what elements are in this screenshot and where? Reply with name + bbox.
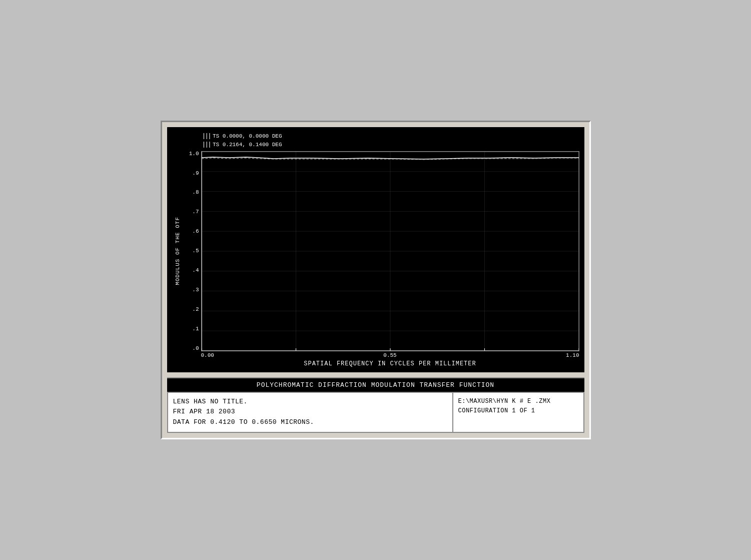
x-axis-section: 0.00 0.55 1.10 SPATIAL FREQUENCY IN CYCL… bbox=[201, 351, 579, 367]
x-tick-0.55: 0.55 bbox=[383, 352, 396, 358]
x-tick-1.10: 1.10 bbox=[566, 352, 579, 358]
y-tick-0.8: .8 bbox=[192, 190, 199, 195]
info-section: LENS HAS NO TITLE. FRI APR 18 2003 DATA … bbox=[167, 392, 584, 433]
info-line2: FRI APR 18 2003 bbox=[173, 407, 447, 417]
chart-area: ||| TS 0.0000, 0.0000 DEG ||| TS 0.2164,… bbox=[167, 127, 584, 372]
plot-area bbox=[201, 151, 579, 351]
y-tick-0.7: .7 bbox=[192, 209, 199, 215]
y-tick-1.0: 1.0 bbox=[189, 151, 199, 157]
legend-line2: TS 0.2164, 0.1400 DEG bbox=[213, 141, 282, 148]
info-to-label: TO bbox=[239, 418, 248, 426]
x-tick-0.00: 0.00 bbox=[201, 352, 214, 358]
y-tick-0.0: .0 bbox=[192, 346, 199, 351]
chart-legend: ||| TS 0.0000, 0.0000 DEG ||| TS 0.2164,… bbox=[202, 132, 579, 149]
y-tick-0.2: .2 bbox=[192, 307, 199, 312]
y-axis-label: MODULUS OF THE OTF bbox=[175, 217, 181, 285]
y-tick-0.1: .1 bbox=[192, 326, 199, 332]
info-line3-text: DATA FOR 0.4120 bbox=[173, 418, 240, 426]
info-right: E:\MAXUSR\HYN K # E .ZMX CONFIGURATION 1… bbox=[453, 393, 583, 432]
x-ticks-row: 0.00 0.55 1.10 bbox=[201, 351, 579, 359]
plot-svg bbox=[202, 152, 579, 351]
y-tick-0.4: .4 bbox=[192, 268, 199, 273]
y-tick-0.5: .5 bbox=[192, 248, 199, 254]
info-line1: LENS HAS NO TITLE. bbox=[173, 397, 447, 407]
y-axis-label-container: MODULUS OF THE OTF bbox=[172, 151, 183, 351]
y-ticks: 1.0 .9 .8 .7 .6 .5 .4 .3 .2 .1 .0 bbox=[185, 151, 201, 351]
chart-title: POLYCHROMATIC DIFFRACTION MODULATION TRA… bbox=[167, 377, 584, 392]
info-line3: DATA FOR 0.4120 TO 0.6650 MICRONS. bbox=[173, 417, 447, 428]
y-tick-0.6: .6 bbox=[192, 229, 199, 234]
info-right-line1: E:\MAXUSR\HYN K # E .ZMX bbox=[458, 397, 578, 406]
x-axis-label: SPATIAL FREQUENCY IN CYCLES PER MILLIMET… bbox=[201, 360, 579, 367]
info-left: LENS HAS NO TITLE. FRI APR 18 2003 DATA … bbox=[168, 393, 453, 432]
legend-line1: TS 0.0000, 0.0000 DEG bbox=[213, 133, 282, 140]
chart-body: MODULUS OF THE OTF 1.0 .9 .8 .7 .6 .5 .4… bbox=[172, 151, 579, 351]
y-ticks-and-plot: 1.0 .9 .8 .7 .6 .5 .4 .3 .2 .1 .0 bbox=[185, 151, 579, 351]
main-window: ||| TS 0.0000, 0.0000 DEG ||| TS 0.2164,… bbox=[161, 121, 591, 439]
info-right-line2: CONFIGURATION 1 OF 1 bbox=[458, 406, 578, 416]
info-line3-end: 0.6650 MICRONS. bbox=[248, 418, 314, 426]
chart-inner: ||| TS 0.0000, 0.0000 DEG ||| TS 0.2164,… bbox=[172, 132, 579, 367]
y-tick-0.9: .9 bbox=[192, 171, 199, 176]
y-tick-0.3: .3 bbox=[192, 287, 199, 293]
